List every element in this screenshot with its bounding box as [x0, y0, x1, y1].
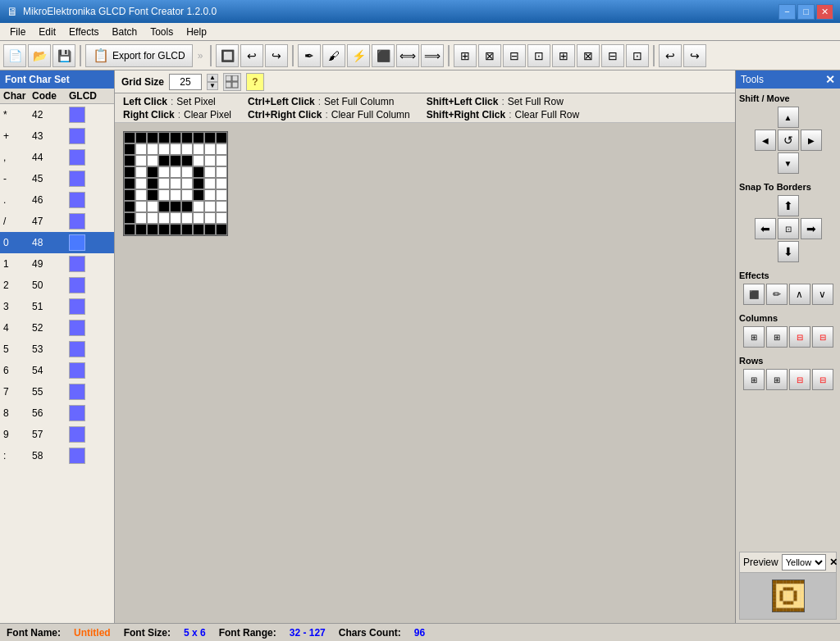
pixel[interactable] — [181, 143, 193, 155]
char-row[interactable]: /47 — [0, 211, 114, 232]
pixel[interactable] — [158, 201, 170, 212]
row-add-top-button[interactable]: ⊞ — [743, 369, 765, 390]
pixel[interactable] — [158, 132, 170, 143]
pixel[interactable] — [147, 166, 158, 178]
pixel[interactable] — [158, 189, 170, 201]
pixel[interactable] — [193, 178, 204, 189]
menu-tools[interactable]: Tools — [144, 25, 180, 39]
redo-button[interactable]: ↪ — [265, 44, 288, 67]
pixel[interactable] — [204, 201, 216, 212]
pixel[interactable] — [147, 212, 158, 224]
char-row[interactable]: 654 — [0, 360, 114, 381]
effect-2-button[interactable]: ✏ — [766, 284, 788, 305]
grid-size-input[interactable] — [169, 74, 202, 90]
char-row[interactable]: 351 — [0, 296, 114, 317]
undo-button[interactable]: ↩ — [240, 44, 263, 67]
char-row[interactable]: 957 — [0, 424, 114, 445]
pixel[interactable] — [170, 212, 181, 224]
shift-down-button[interactable] — [778, 152, 799, 174]
pixel[interactable] — [181, 132, 193, 143]
pixel[interactable] — [158, 143, 170, 155]
menu-edit[interactable]: Edit — [32, 25, 62, 39]
pixel[interactable] — [204, 189, 216, 201]
grid-size-spinner[interactable]: ▲ ▼ — [207, 74, 218, 90]
toolbar-btn-7[interactable]: ⟹ — [421, 44, 444, 67]
char-row[interactable]: .46 — [0, 189, 114, 211]
export-glcd-button[interactable]: 📋 Export for GLCD — [85, 44, 193, 67]
char-row[interactable]: 553 — [0, 339, 114, 360]
pixel[interactable] — [135, 201, 147, 212]
col-remove-left-button[interactable]: ⊟ — [789, 326, 810, 348]
snap-right-button[interactable]: ➡ — [801, 218, 822, 239]
col-remove-right-button[interactable]: ⊟ — [812, 326, 833, 348]
pixel[interactable] — [170, 224, 181, 235]
pixel[interactable] — [181, 224, 193, 235]
pixel[interactable] — [204, 178, 216, 189]
pixel[interactable] — [193, 155, 204, 166]
toolbar-btn-1[interactable]: 🔲 — [216, 44, 239, 67]
pixel[interactable] — [193, 143, 204, 155]
pixel[interactable] — [216, 178, 227, 189]
shift-left-button[interactable] — [755, 130, 776, 151]
toolbar-btn-15[interactable]: ⊡ — [626, 44, 649, 67]
pixel[interactable] — [147, 189, 158, 201]
pixel[interactable] — [216, 143, 227, 155]
new-button[interactable]: 📄 — [3, 44, 26, 67]
char-row[interactable]: 755 — [0, 381, 114, 402]
pixel[interactable] — [216, 224, 227, 235]
pixel[interactable] — [124, 201, 135, 212]
pixel[interactable] — [124, 143, 135, 155]
char-row[interactable]: 452 — [0, 317, 114, 339]
open-button[interactable]: 📂 — [28, 44, 51, 67]
shift-up-button[interactable] — [778, 107, 799, 128]
toolbar-btn-2[interactable]: ✒ — [298, 44, 321, 67]
char-row[interactable]: 856 — [0, 402, 114, 424]
pixel[interactable] — [158, 155, 170, 166]
pixel[interactable] — [193, 132, 204, 143]
pixel[interactable] — [135, 212, 147, 224]
pixel[interactable] — [170, 189, 181, 201]
pixel[interactable] — [204, 212, 216, 224]
pixel[interactable] — [147, 132, 158, 143]
pixel[interactable] — [158, 178, 170, 189]
pixel[interactable] — [135, 155, 147, 166]
toolbar-btn-6[interactable]: ⟺ — [396, 44, 419, 67]
pixel[interactable] — [170, 178, 181, 189]
canvas-area[interactable] — [115, 123, 735, 623]
pixel[interactable] — [216, 201, 227, 212]
pixel[interactable] — [181, 178, 193, 189]
char-row[interactable]: :58 — [0, 445, 114, 466]
pixel[interactable] — [193, 189, 204, 201]
pixel[interactable] — [124, 178, 135, 189]
toolbar-btn-3[interactable]: 🖌 — [322, 44, 345, 67]
toolbar-btn-16[interactable]: ↩ — [659, 44, 682, 67]
pixel[interactable] — [124, 212, 135, 224]
pixel[interactable] — [193, 212, 204, 224]
pixel[interactable] — [181, 189, 193, 201]
snap-bottom-button[interactable]: ⬇ — [778, 241, 799, 262]
toolbar-btn-11[interactable]: ⊡ — [527, 44, 550, 67]
char-row[interactable]: +43 — [0, 125, 114, 147]
toolbar-btn-5[interactable]: ⬛ — [372, 44, 395, 67]
pixel[interactable] — [124, 189, 135, 201]
pixel[interactable] — [181, 155, 193, 166]
pixel[interactable] — [135, 224, 147, 235]
char-row[interactable]: ,44 — [0, 147, 114, 168]
toolbar-btn-8[interactable]: ⊞ — [454, 44, 477, 67]
pixel[interactable] — [181, 201, 193, 212]
pixel[interactable] — [193, 224, 204, 235]
pixel[interactable] — [124, 132, 135, 143]
pixel[interactable] — [216, 166, 227, 178]
pixel[interactable] — [204, 132, 216, 143]
toolbar-btn-10[interactable]: ⊟ — [503, 44, 526, 67]
col-add-right-button[interactable]: ⊞ — [766, 326, 788, 348]
toolbar-btn-14[interactable]: ⊟ — [601, 44, 624, 67]
toolbar-btn-17[interactable]: ↪ — [683, 44, 706, 67]
pixel[interactable] — [170, 155, 181, 166]
pixel[interactable] — [181, 166, 193, 178]
pixel[interactable] — [135, 143, 147, 155]
pixel[interactable] — [124, 155, 135, 166]
effect-4-button[interactable]: ∨ — [812, 284, 833, 305]
grid-toggle-button[interactable] — [223, 73, 241, 91]
col-add-left-button[interactable]: ⊞ — [743, 326, 765, 348]
